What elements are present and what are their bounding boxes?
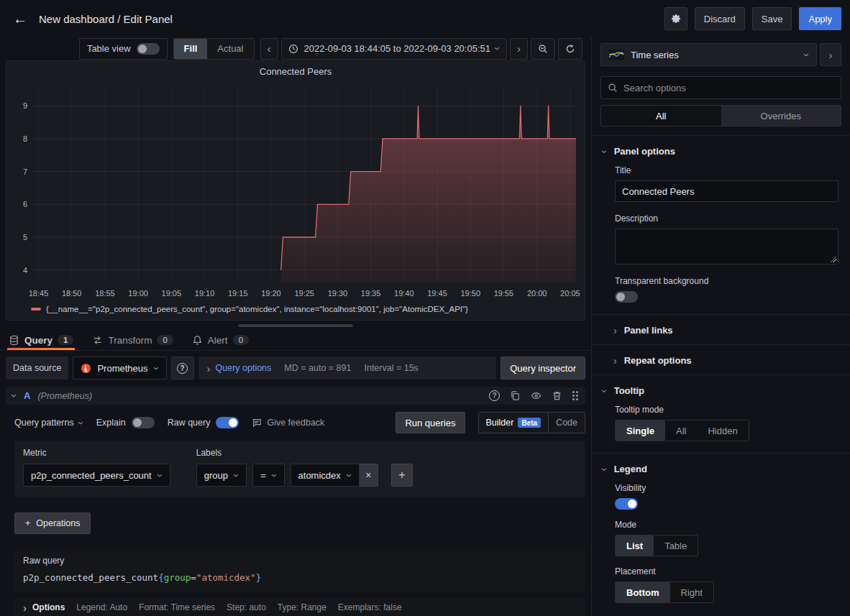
panel-description-textarea[interactable] [615,229,838,265]
query-options-toggle[interactable]: › Query options [207,363,272,374]
legend-placement-right[interactable]: Right [670,582,713,602]
query-inspector-button[interactable]: Query inspector [501,357,585,380]
scope-all-option[interactable]: All [601,106,721,126]
clock-icon [288,44,298,54]
add-label-button[interactable]: + [391,464,413,487]
svg-text:19:05: 19:05 [162,289,182,298]
back-button[interactable]: ← [9,7,32,30]
section-repeat-options-header[interactable]: › Repeat options [592,345,850,374]
save-button[interactable]: Save [752,7,792,30]
transform-count-badge: 0 [157,335,173,345]
svg-text:4: 4 [23,266,27,275]
scope-overrides-option[interactable]: Overrides [721,106,841,126]
section-legend-header[interactable]: › Legend [592,454,850,483]
tooltip-mode-all[interactable]: All [665,420,697,441]
query-options-bar: › Query options MD = auto = 891 Interval… [198,357,497,380]
section-panel-options-body: Title Description Transparent background [592,165,850,314]
query-help-icon[interactable]: ? [489,390,500,401]
section-legend-body: Visibility Mode List Table Placement Bot… [592,483,850,616]
table-view-label: Table view [87,43,131,54]
panel-settings-button[interactable] [664,7,687,30]
label-value-select[interactable]: atomicdex › [291,464,360,487]
alert-count-badge: 0 [233,335,249,345]
panel-title-input[interactable] [615,180,838,202]
transparent-bg-label: Transparent background [615,276,838,286]
fill-option[interactable]: Fill [174,39,208,59]
legend-visibility-toggle[interactable] [615,498,638,510]
chevron-down-icon: › [493,47,503,50]
tab-query[interactable]: Query 1 [7,330,75,350]
builder-option[interactable]: Builder Beta [479,413,549,433]
legend-placement-bottom[interactable]: Bottom [616,582,670,602]
chevron-right-icon: › [829,50,833,60]
chevron-down-icon: › [270,474,280,477]
query-row-header[interactable]: › A (Prometheus) ? [6,387,585,405]
toggle-viz-suggestions-button[interactable]: › [820,43,841,66]
drag-handle-icon[interactable] [572,391,578,400]
chart-legend: {__name__="p2p_connected_peers_count", g… [11,302,580,317]
options-scroll-area[interactable]: › Panel options Title Description Transp… [592,135,850,616]
chevron-right-icon: › [613,326,617,336]
legend-series-label[interactable]: {__name__="p2p_connected_peers_count", g… [46,305,468,313]
give-feedback-link[interactable]: Give feedback [252,418,324,428]
eye-icon[interactable] [531,390,541,401]
title-label: Title [615,165,838,175]
chart-plot-area[interactable]: 45678918:4518:5018:5519:0019:0519:1019:1… [11,81,580,302]
chevron-down-icon: › [600,389,610,392]
apply-button[interactable]: Apply [799,7,841,30]
trash-icon[interactable] [552,390,562,401]
query-patterns-dropdown[interactable]: Query patterns › [14,418,83,428]
search-options-input[interactable] [623,83,834,93]
legend-mode-table[interactable]: Table [654,535,698,556]
exemplars-summary: Exemplars: false [338,602,402,612]
query-row-actions: ? [489,390,578,401]
section-tooltip-header[interactable]: › Tooltip [592,375,850,405]
time-shift-back-button[interactable]: ‹ [260,38,278,60]
legend-series-swatch[interactable] [31,308,41,311]
tooltip-mode-single[interactable]: Single [616,420,665,441]
svg-text:20:00: 20:00 [527,289,547,298]
pane-resize-handle[interactable] [238,324,353,327]
section-panel-options-header[interactable]: › Panel options [592,136,850,165]
datasource-help-button[interactable]: ? [171,357,194,380]
time-shift-forward-button[interactable]: › [510,38,528,60]
duplicate-icon[interactable] [510,390,521,401]
timeseries-thumbnail-icon [608,50,624,60]
svg-text:18:55: 18:55 [95,289,115,298]
table-view-toggle[interactable] [137,43,160,55]
legend-visibility-label: Visibility [615,483,838,493]
chart-panel-title: Connected Peers [11,64,580,81]
panel-edit-left: Table view Fill Actual ‹ 2022-09-03 18:4… [0,37,591,616]
resize-grip-icon[interactable] [830,256,836,262]
datasource-picker[interactable]: Prometheus › [73,357,166,380]
run-queries-button[interactable]: Run queries [396,412,465,433]
explain-toggle[interactable] [132,417,155,428]
time-series-chart: 45678918:4518:5018:5519:0019:0519:1019:1… [11,81,585,302]
tab-transform[interactable]: Transform 0 [91,330,174,350]
code-option[interactable]: Code [549,413,585,433]
raw-query-field: Raw query [168,417,239,428]
chevron-down-icon: › [152,367,163,370]
section-panel-links-header[interactable]: › Panel links [592,315,850,344]
label-operator-select[interactable]: = › [252,464,285,487]
tab-alert[interactable]: Alert 0 [191,330,250,350]
collapse-query-icon[interactable]: › [9,394,20,397]
chevron-left-icon: ‹ [268,43,271,54]
refresh-button[interactable] [558,38,582,60]
visualization-picker[interactable]: Time series › [600,43,817,66]
discard-button[interactable]: Discard [695,7,745,30]
raw-query-toggle[interactable] [216,417,239,428]
prometheus-icon [81,363,91,374]
legend-mode-list[interactable]: List [616,535,654,556]
metric-select[interactable]: p2p_connected_peers_count › [23,464,170,487]
remove-label-button[interactable]: × [360,464,378,487]
raw-query-preview: Raw query p2p_connected_peers_count{grou… [14,548,585,592]
transparent-bg-toggle[interactable] [615,291,638,303]
tooltip-mode-hidden[interactable]: Hidden [697,420,748,441]
options-toggle[interactable]: › Options [23,602,65,613]
zoom-out-button[interactable] [531,38,555,60]
label-key-select[interactable]: group › [196,464,247,487]
actual-option[interactable]: Actual [207,39,253,59]
add-operation-button[interactable]: + Operations [14,512,91,534]
time-range-picker[interactable]: 2022-09-03 18:44:05 to 2022-09-03 20:05:… [281,38,508,60]
